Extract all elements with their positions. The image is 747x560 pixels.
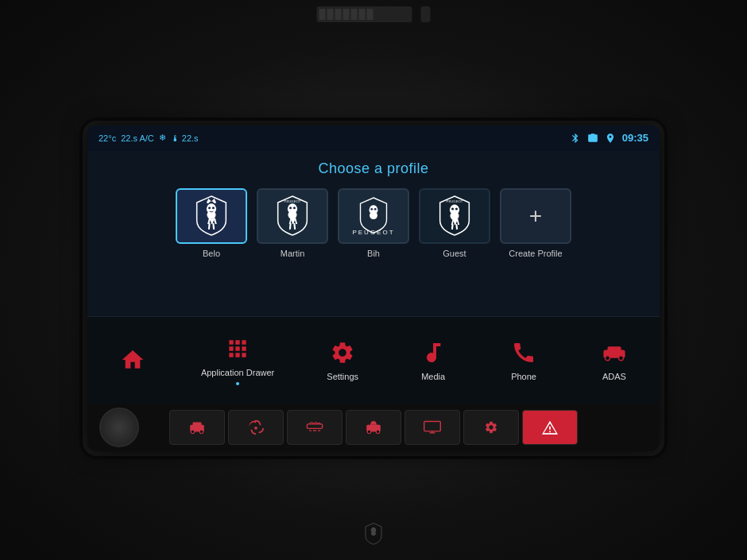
nav-media-label: Media — [421, 372, 445, 381]
profile-title: Choose a profile — [318, 160, 428, 177]
svg-point-5 — [370, 208, 373, 210]
svg-point-3 — [289, 207, 292, 209]
plus-icon: + — [529, 203, 542, 229]
svg-point-1 — [212, 207, 215, 209]
svg-point-0 — [208, 207, 211, 209]
cabin-temp: 22°c — [99, 133, 116, 143]
nav-home[interactable] — [101, 339, 164, 380]
camera-icon — [587, 133, 598, 144]
phys-btn-display[interactable] — [404, 410, 460, 445]
svg-point-24 — [376, 430, 379, 433]
music-icon — [419, 338, 447, 367]
fan-icon: ❄ — [159, 133, 166, 143]
clock: 09:35 — [622, 132, 648, 144]
profile-name-bih: Bih — [367, 249, 380, 258]
svg-point-17 — [199, 430, 203, 433]
phys-btn-defrost[interactable] — [287, 410, 343, 445]
grid-icon — [223, 334, 252, 363]
car-icon — [600, 338, 629, 367]
phone-icon — [509, 338, 538, 367]
nav-dot — [236, 382, 239, 385]
profile-create[interactable]: + Create Profile — [500, 188, 571, 258]
ac-status: 22.s A/C — [121, 133, 154, 143]
svg-rect-25 — [424, 421, 441, 431]
svg-rect-15 — [193, 422, 202, 426]
profile-name-create: Create Profile — [509, 249, 562, 258]
nav-adas-label: ADAS — [602, 372, 626, 381]
profile-avatar-martin[interactable]: PEUGEOT — [257, 188, 328, 244]
profile-name-guest: Guest — [443, 249, 466, 258]
svg-rect-18 — [307, 423, 322, 428]
main-screen: 22°c 22.s A/C ❄ 🌡 22.s 09:35 — [87, 126, 660, 316]
nav-phone-label: Phone — [511, 372, 536, 381]
profile-avatar-bih[interactable]: PEUGEOT — [338, 188, 409, 244]
nav-settings-label: Settings — [327, 372, 358, 381]
car-frame: 22°c 22.s A/C ❄ 🌡 22.s 09:35 — [0, 0, 747, 560]
profile-martin[interactable]: PEUGEOT Martin — [257, 188, 328, 258]
svg-point-13 — [619, 356, 624, 361]
profile-name-belo: Belo — [203, 249, 220, 258]
svg-point-8 — [451, 207, 454, 210]
profile-name-martin: Martin — [281, 249, 305, 258]
svg-point-12 — [606, 356, 610, 361]
phys-btn-fan[interactable] — [228, 410, 284, 445]
physical-buttons — [87, 404, 660, 451]
nav-media[interactable]: Media — [401, 332, 465, 388]
home-icon — [118, 346, 147, 374]
profile-guest[interactable]: PEUGEOT Guest — [419, 188, 490, 258]
profile-belo[interactable]: Belo — [176, 188, 247, 258]
bottom-logo — [362, 522, 385, 546]
nav-settings[interactable]: Settings — [311, 332, 374, 388]
svg-point-9 — [455, 207, 458, 210]
profile-section: Choose a profile — [87, 151, 660, 316]
profile-bih[interactable]: PEUGEOT Bih — [338, 188, 409, 258]
profiles-row: Belo PEUGEOT — [176, 188, 571, 258]
phys-btn-warning[interactable] — [522, 410, 578, 445]
svg-point-6 — [374, 208, 377, 210]
status-bar: 22°c 22.s A/C ❄ 🌡 22.s 09:35 — [87, 126, 660, 151]
svg-point-16 — [191, 430, 194, 433]
nav-adas[interactable]: ADAS — [583, 332, 646, 388]
nav-bar: Application Drawer Settings — [87, 316, 660, 404]
status-left: 22°c 22.s A/C ❄ 🌡 22.s — [99, 133, 199, 143]
svg-point-4 — [293, 207, 296, 209]
volume-knob[interactable] — [99, 407, 139, 447]
svg-text:PEUGEOT: PEUGEOT — [447, 199, 463, 203]
svg-text:PEUGEOT: PEUGEOT — [284, 199, 301, 203]
svg-rect-11 — [607, 346, 621, 352]
nav-icon-status — [605, 133, 616, 144]
bluetooth-icon — [570, 133, 581, 144]
nav-app-drawer-label: Application Drawer — [201, 368, 274, 377]
phys-btn-settings-grid[interactable] — [463, 410, 519, 445]
outside-temp: 🌡 22.s — [171, 133, 199, 143]
profile-avatar-belo[interactable] — [176, 188, 247, 244]
svg-point-23 — [367, 430, 370, 433]
nav-phone[interactable]: Phone — [492, 332, 555, 388]
screen-container: 22°c 22.s A/C ❄ 🌡 22.s 09:35 — [87, 126, 660, 451]
phys-btn-car-front[interactable] — [169, 410, 225, 445]
profile-avatar-guest[interactable]: PEUGEOT — [419, 188, 490, 244]
phys-btn-car-top[interactable] — [346, 410, 401, 445]
profile-avatar-create[interactable]: + — [500, 188, 571, 244]
gear-icon — [328, 338, 357, 367]
status-right: 09:35 — [570, 132, 648, 144]
nav-app-drawer[interactable]: Application Drawer — [192, 328, 284, 392]
